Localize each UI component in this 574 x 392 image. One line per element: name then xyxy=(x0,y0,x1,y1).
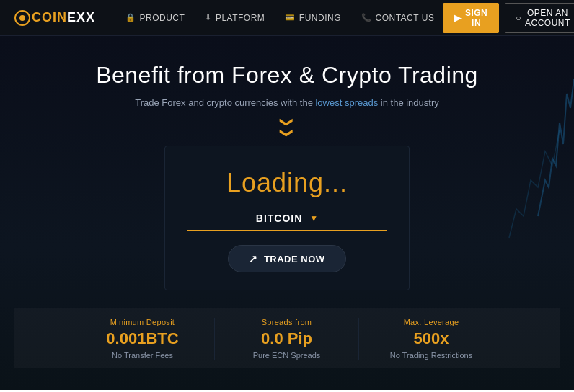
stat-value-deposit: 0.001BTC xyxy=(85,329,200,348)
trade-icon: ↗ xyxy=(249,253,258,264)
nav-label-product: PRODUCT xyxy=(140,13,185,23)
stat-desc-deposit: No Transfer Fees xyxy=(85,351,200,360)
open-account-icon: ○ xyxy=(516,13,521,23)
contact-icon: 📞 xyxy=(361,13,372,22)
nav-buttons: ▶ SIGN IN ○ OPEN AN ACCOUNT xyxy=(443,3,574,33)
stat-label-leverage: Max. Leverage xyxy=(374,318,489,326)
stat-item-spreads: Spreads from 0.0 Pip Pure ECN Spreads xyxy=(215,318,359,360)
signin-icon: ▶ xyxy=(454,13,462,23)
stat-label-spreads: Spreads from xyxy=(229,318,344,326)
logo[interactable]: COINEXX xyxy=(14,10,95,26)
stat-desc-spreads: Pure ECN Spreads xyxy=(229,351,344,360)
nav-label-platform: PLATFORM xyxy=(216,13,265,23)
hero-section: Benefit from Forex & Crypto Trading Trad… xyxy=(0,36,574,390)
logo-icon xyxy=(14,10,30,26)
nav-item-platform[interactable]: ⬇ PLATFORM xyxy=(196,9,273,27)
stat-label-deposit: Minimum Deposit xyxy=(85,318,200,326)
signin-button[interactable]: ▶ SIGN IN xyxy=(443,3,499,33)
open-account-button[interactable]: ○ OPEN AN ACCOUNT xyxy=(505,3,574,33)
stat-item-leverage: Max. Leverage 500x No Trading Restrictio… xyxy=(359,318,503,360)
product-icon: 🔒 xyxy=(125,13,136,22)
nav-item-funding[interactable]: 💳 FUNDING xyxy=(276,9,350,27)
hero-subtitle: Trade Forex and crypto currencies with t… xyxy=(14,97,560,108)
logo-text: COINEXX xyxy=(32,10,95,25)
stat-value-spreads: 0.0 Pip xyxy=(229,329,344,348)
nav-label-contact: CONTACT US xyxy=(376,13,435,23)
loading-text: Loading... xyxy=(187,168,387,198)
nav-item-product[interactable]: 🔒 PRODUCT xyxy=(117,9,193,27)
stats-bar: Minimum Deposit 0.001BTC No Transfer Fee… xyxy=(14,308,560,368)
nav-item-contact[interactable]: 📞 CONTACT US xyxy=(353,9,443,27)
trade-now-button[interactable]: ↗ TRADE NOW xyxy=(228,245,345,272)
stat-desc-leverage: No Trading Restrictions xyxy=(374,351,489,360)
funding-icon: 💳 xyxy=(285,13,296,22)
hero-title: Benefit from Forex & Crypto Trading xyxy=(14,62,560,89)
nav-label-funding: FUNDING xyxy=(299,13,341,23)
chevron-down-icon: ❯❯ xyxy=(281,117,293,138)
stat-value-leverage: 500x xyxy=(374,329,489,348)
trading-widget: Loading... BITCOIN ▼ ↗ TRADE NOW xyxy=(164,146,410,290)
crypto-dropdown[interactable]: BITCOIN ▼ xyxy=(187,213,387,231)
stat-item-deposit: Minimum Deposit 0.001BTC No Transfer Fee… xyxy=(71,318,215,360)
crypto-name: BITCOIN xyxy=(256,213,303,224)
dropdown-arrow-icon: ▼ xyxy=(309,213,318,223)
navbar: COINEXX 🔒 PRODUCT ⬇ PLATFORM 💳 FUNDING 📞… xyxy=(0,0,574,36)
platform-icon: ⬇ xyxy=(205,13,212,22)
nav-links: 🔒 PRODUCT ⬇ PLATFORM 💳 FUNDING 📞 CONTACT… xyxy=(117,9,443,27)
